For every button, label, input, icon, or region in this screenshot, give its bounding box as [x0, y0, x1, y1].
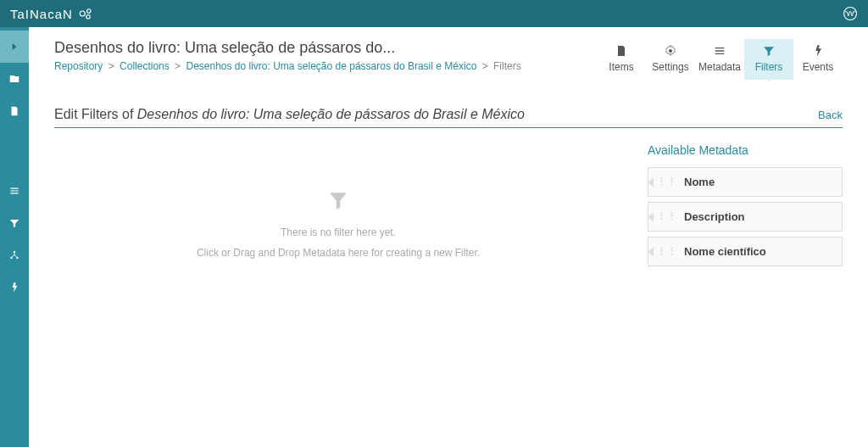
tab-settings[interactable]: Settings	[646, 39, 695, 80]
svg-point-7	[669, 49, 672, 53]
funnel-icon	[762, 44, 776, 58]
svg-point-6	[16, 257, 18, 259]
tab-label: Items	[609, 61, 633, 73]
sidebar-filter-icon[interactable]	[0, 207, 29, 239]
metadata-item-label: Nome científico	[684, 245, 766, 258]
breadcrumb-collections[interactable]: Collections	[120, 60, 170, 72]
breadcrumb-collection[interactable]: Desenhos do livro: Uma seleção de pássar…	[186, 60, 476, 72]
grip-icon: ⋮⋮	[657, 176, 677, 187]
tab-label: Filters	[755, 61, 783, 73]
back-link[interactable]: Back	[818, 109, 843, 121]
gear-icon	[664, 44, 677, 58]
sidebar-collections-icon[interactable]	[0, 63, 29, 95]
available-metadata-panel: Available Metadata ⋮⋮ Nome ⋮⋮ Descriptio…	[648, 143, 843, 271]
sidebar-events-icon[interactable]	[0, 271, 29, 304]
section-header: Edit Filters of Desenhos do livro: Uma s…	[54, 107, 843, 128]
svg-point-2	[86, 15, 91, 20]
svg-point-4	[14, 251, 15, 253]
breadcrumb: Repository > Collections > Desenhos do l…	[54, 60, 597, 72]
metadata-item-label: Description	[684, 210, 745, 223]
dropzone-text-2: Click or Drag and Drop Metadata here for…	[197, 247, 480, 259]
metadata-item[interactable]: ⋮⋮ Nome	[648, 167, 843, 197]
svg-point-3	[844, 8, 857, 20]
section-title: Edit Filters of Desenhos do livro: Uma s…	[54, 107, 525, 122]
sidebar-collapse-button[interactable]	[0, 31, 29, 63]
svg-point-0	[80, 11, 85, 16]
filters-dropzone[interactable]: There is no filter here yet. Click or Dr…	[54, 143, 622, 271]
funnel-icon	[327, 189, 349, 211]
brand-text: TaINacaN	[10, 7, 73, 21]
metadata-item[interactable]: ⋮⋮ Nome científico	[648, 237, 843, 266]
sidebar	[0, 27, 29, 447]
tab-metadata[interactable]: Metadata	[695, 39, 744, 80]
tab-label: Metadata	[698, 61, 741, 73]
grip-icon: ⋮⋮	[657, 246, 677, 257]
metadata-item-label: Nome	[684, 176, 715, 188]
tab-events[interactable]: Events	[793, 39, 843, 80]
list-icon	[713, 44, 726, 58]
tab-filters[interactable]: Filters	[744, 39, 793, 80]
metadata-item[interactable]: ⋮⋮ Description	[648, 202, 843, 232]
bolt-icon	[811, 44, 825, 58]
brand: TaINacaN	[10, 6, 93, 21]
main: Desenhos do livro: Uma seleção de pássar…	[29, 27, 868, 447]
wordpress-icon[interactable]	[843, 6, 858, 21]
svg-point-1	[86, 9, 91, 14]
available-metadata-title: Available Metadata	[648, 143, 843, 157]
content-card: Edit Filters of Desenhos do livro: Uma s…	[29, 88, 868, 447]
breadcrumb-repository[interactable]: Repository	[54, 60, 103, 72]
breadcrumb-current: Filters	[493, 60, 521, 72]
sidebar-list-icon[interactable]	[0, 175, 29, 207]
file-icon	[615, 44, 628, 58]
sidebar-taxonomies-icon[interactable]	[0, 239, 29, 271]
brand-logo-icon	[78, 6, 93, 21]
header-card: Desenhos do livro: Uma seleção de pássar…	[29, 27, 868, 88]
tabs: Items Settings Metadata Filters Events	[597, 39, 843, 80]
top-bar: TaINacaN	[0, 0, 868, 27]
grip-icon: ⋮⋮	[657, 211, 677, 222]
sidebar-items-icon[interactable]	[0, 95, 29, 127]
dropzone-text-1: There is no filter here yet.	[281, 226, 396, 238]
tab-items[interactable]: Items	[597, 39, 646, 80]
tab-label: Settings	[652, 61, 688, 73]
svg-point-5	[10, 257, 12, 259]
tab-label: Events	[803, 61, 834, 73]
page-title: Desenhos do livro: Uma seleção de pássar…	[54, 39, 597, 57]
